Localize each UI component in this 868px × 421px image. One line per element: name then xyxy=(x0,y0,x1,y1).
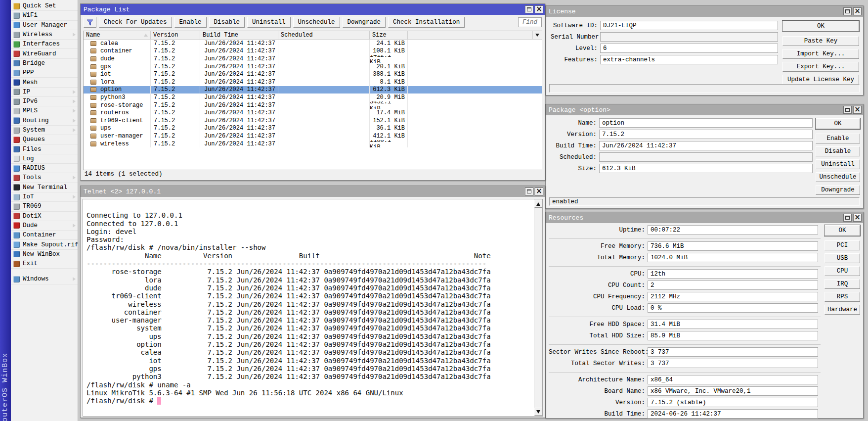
field-value-free-hdd-space[interactable]: 31.4 MiB xyxy=(648,320,818,329)
table-row-dude[interactable]: dude7.15.2Jun/26/2024 11:42:371412.1 KiB xyxy=(84,55,542,63)
button-ok[interactable]: OK xyxy=(782,21,859,32)
column-header-version[interactable]: Version xyxy=(151,31,200,39)
button-unschedule[interactable]: Unschedule xyxy=(816,172,860,182)
button-update-license-key[interactable]: Update License Key xyxy=(782,75,859,85)
sidebar-item-new-winbox[interactable]: New WinBox xyxy=(11,250,78,259)
button-ok[interactable]: OK xyxy=(825,225,860,236)
field-value-cpu-load[interactable]: 0 % xyxy=(648,303,818,313)
scroll-up-button[interactable] xyxy=(534,200,542,208)
field-value-scheduled[interactable] xyxy=(599,152,813,162)
column-header-scheduled[interactable]: Scheduled xyxy=(278,31,370,39)
toolbar-button-downgrade[interactable]: Downgrade xyxy=(343,17,386,28)
field-value-features[interactable]: extra-channels xyxy=(600,55,778,64)
field-value-build-time[interactable]: 2024-06-26 11:42:37 xyxy=(648,409,818,419)
button-enable[interactable]: Enable xyxy=(816,134,860,143)
sidebar-item-system[interactable]: System xyxy=(11,126,78,135)
button-pci[interactable]: PCI xyxy=(825,240,860,250)
package-list-titlebar[interactable]: Package List × xyxy=(81,4,545,15)
button-import-key[interactable]: Import Key... xyxy=(782,49,859,59)
terminal-scrollbar[interactable] xyxy=(534,199,542,416)
license-titlebar[interactable]: License × xyxy=(546,6,863,17)
sidebar-item-mesh[interactable]: Mesh xyxy=(11,78,78,87)
sidebar-item-ipv6[interactable]: IPv6 xyxy=(11,97,78,106)
sidebar-item-files[interactable]: Files xyxy=(11,144,78,154)
field-value-software-id[interactable]: DJ21-EIQP xyxy=(600,21,778,30)
sidebar-item-windows[interactable]: Windows xyxy=(11,275,78,284)
button-hardware[interactable]: Hardware xyxy=(825,305,860,315)
sidebar-item-wireguard[interactable]: WireGuard xyxy=(11,49,78,58)
sidebar-item-wireless[interactable]: Wireless xyxy=(11,30,78,40)
sidebar-item-wifi[interactable]: WiFi xyxy=(11,11,78,20)
field-value-build-time[interactable]: Jun/26/2024 11:42:37 xyxy=(599,141,813,150)
table-row-option[interactable]: option7.15.2Jun/26/2024 11:42:37612.3 Ki… xyxy=(84,86,542,94)
sidebar-item-iot[interactable]: IoT xyxy=(11,192,78,202)
filter-button[interactable] xyxy=(84,17,96,28)
button-export-key[interactable]: Export Key... xyxy=(782,62,859,72)
button-downgrade[interactable]: Downgrade xyxy=(816,185,860,195)
field-value-serial-number[interactable] xyxy=(600,32,778,42)
field-value-version[interactable]: 7.15.2 (stable) xyxy=(648,398,818,407)
find-input[interactable] xyxy=(518,17,542,27)
column-select-button[interactable] xyxy=(533,31,542,39)
sidebar-item-new-terminal[interactable]: New Terminal xyxy=(11,183,78,192)
sidebar-item-bridge[interactable]: Bridge xyxy=(11,59,78,68)
field-value-free-memory[interactable]: 736.6 MiB xyxy=(648,241,818,251)
field-value-name[interactable]: option xyxy=(599,118,813,128)
table-row-rose-storage[interactable]: rose-storage7.15.2Jun/26/2024 11:42:3734… xyxy=(84,101,542,109)
sidebar-item-queues[interactable]: Queues xyxy=(11,135,78,144)
field-value-size[interactable]: 612.3 KiB xyxy=(599,164,813,173)
sidebar-item-quick-set[interactable]: Quick Set xyxy=(11,1,78,11)
sidebar-item-tools[interactable]: Tools xyxy=(11,173,78,183)
maximize-button[interactable] xyxy=(843,214,852,222)
table-row-iot[interactable]: iot7.15.2Jun/26/2024 11:42:37388.1 KiB xyxy=(84,70,542,78)
field-value-version[interactable]: 7.15.2 xyxy=(599,130,813,139)
sidebar-item-exit[interactable]: Exit xyxy=(11,259,78,269)
field-value-cpu[interactable]: 12th xyxy=(648,269,818,279)
field-value-total-hdd-size[interactable]: 85.9 MiB xyxy=(648,331,818,340)
sidebar-item-radius[interactable]: RADIUS xyxy=(11,164,78,173)
table-row-routeros[interactable]: routeros7.15.2Jun/26/2024 11:42:3717.4 M… xyxy=(84,109,542,117)
sidebar-item-dot1x[interactable]: Dot1X xyxy=(11,212,78,221)
toolbar-button-unschedule[interactable]: Unschedule xyxy=(293,17,340,28)
sidebar-item-mpls[interactable]: MPLS xyxy=(11,106,78,116)
sidebar-item-log[interactable]: Log xyxy=(11,154,78,164)
button-usb[interactable]: USB xyxy=(825,253,860,263)
close-button[interactable]: × xyxy=(853,214,862,222)
table-row-calea[interactable]: calea7.15.2Jun/26/2024 11:42:3724.1 KiB xyxy=(84,40,542,47)
column-header-build-time[interactable]: Build Time xyxy=(200,31,278,39)
scroll-down-button[interactable] xyxy=(534,408,542,416)
field-value-board-name[interactable]: x86 VMware, Inc. VMware20,1 xyxy=(648,386,818,396)
field-value-uptime[interactable]: 00:07:22 xyxy=(648,225,818,234)
sidebar-item-tr069[interactable]: TR069 xyxy=(11,202,78,211)
toolbar-button-uninstall[interactable]: Uninstall xyxy=(247,17,291,28)
sidebar-item-dude[interactable]: Dude xyxy=(11,221,78,231)
table-row-lora[interactable]: lora7.15.2Jun/26/2024 11:42:378.1 KiB xyxy=(84,78,542,86)
maximize-button[interactable] xyxy=(843,106,852,114)
button-uninstall[interactable]: Uninstall xyxy=(816,159,860,169)
close-button[interactable]: × xyxy=(535,187,543,195)
toolbar-button-check-installation[interactable]: Check Installation xyxy=(388,17,465,28)
button-ok[interactable]: OK xyxy=(816,118,860,129)
field-value-level[interactable]: 6 xyxy=(600,44,778,53)
resources-titlebar[interactable]: Resources × xyxy=(546,212,863,223)
field-value-total-memory[interactable]: 1024.0 MiB xyxy=(648,253,818,262)
table-row-tr069-client[interactable]: tr069-client7.15.2Jun/26/2024 11:42:3715… xyxy=(84,117,542,125)
button-paste-key[interactable]: Paste Key xyxy=(782,36,859,46)
column-header-size[interactable]: Size xyxy=(370,31,408,39)
sidebar-item-make-supout-rif[interactable]: Make Supout.rif xyxy=(11,240,78,249)
maximize-button[interactable] xyxy=(843,7,852,15)
sidebar-item-ip[interactable]: IP xyxy=(11,88,78,97)
toolbar-button-disable[interactable]: Disable xyxy=(209,17,245,28)
sidebar-item-routing[interactable]: Routing xyxy=(11,116,78,126)
field-value-total-sector-writes[interactable]: 3 737 xyxy=(648,359,818,368)
sidebar-item-interfaces[interactable]: Interfaces xyxy=(11,40,78,49)
button-disable[interactable]: Disable xyxy=(816,146,860,156)
field-value-architecture-name[interactable]: x86_64 xyxy=(648,375,818,384)
sidebar-item-container[interactable]: Container xyxy=(11,231,78,240)
field-value-cpu-frequency[interactable]: 2112 MHz xyxy=(648,292,818,301)
sidebar-item-ppp[interactable]: PPP xyxy=(11,68,78,78)
package-option-titlebar[interactable]: Package <option> × xyxy=(546,104,863,115)
sidebar-item-user-manager[interactable]: User Manager xyxy=(11,21,78,30)
table-row-wireless[interactable]: wireless7.15.2Jun/26/2024 11:42:371180.1… xyxy=(84,140,542,148)
toolbar-button-check-for-updates[interactable]: Check For Updates xyxy=(99,17,172,28)
